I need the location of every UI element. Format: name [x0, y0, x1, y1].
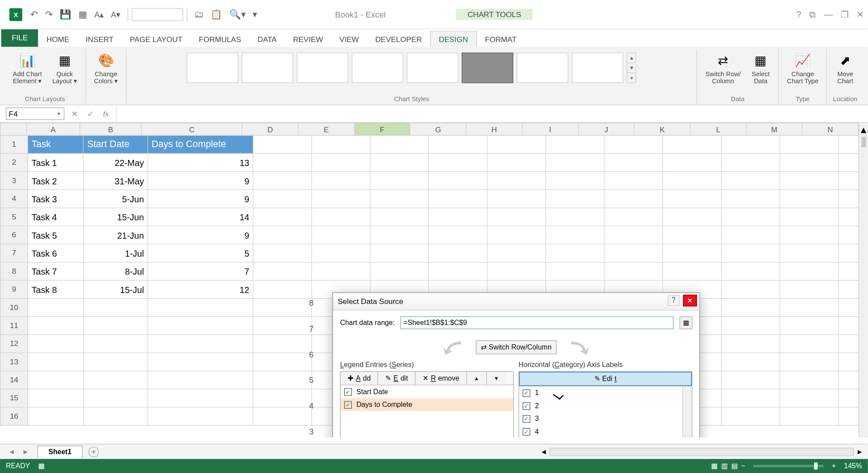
cell[interactable] — [148, 353, 253, 371]
cell[interactable] — [429, 172, 488, 190]
cell[interactable] — [605, 154, 663, 172]
cell[interactable] — [148, 371, 253, 389]
cell[interactable] — [84, 299, 148, 317]
cell[interactable] — [312, 208, 371, 226]
cell[interactable] — [722, 208, 780, 226]
move-down-button[interactable]: ▼ — [487, 372, 506, 385]
checkbox-icon[interactable]: ✓ — [523, 389, 530, 396]
qat-item[interactable]: A▾ — [107, 7, 124, 21]
minimize-button[interactable]: — — [824, 9, 833, 20]
row-header[interactable]: 2 — [0, 154, 28, 172]
cell[interactable]: Task 2 — [28, 172, 84, 190]
cell[interactable] — [780, 281, 839, 299]
name-box[interactable]: F4▼ — [6, 108, 64, 120]
cell[interactable] — [253, 407, 312, 425]
cell[interactable] — [312, 154, 371, 172]
cell[interactable] — [84, 371, 148, 389]
sheet-nav-prev[interactable]: ◄ — [5, 448, 19, 456]
style-thumb[interactable] — [187, 53, 238, 83]
cell[interactable] — [28, 407, 84, 425]
style-thumb[interactable] — [572, 53, 623, 83]
series-listbox[interactable]: ✓Start Date✓Days to Complete — [340, 385, 514, 438]
row-header[interactable]: 11 — [0, 317, 28, 335]
cell[interactable] — [722, 226, 780, 244]
cell[interactable]: 9 — [148, 172, 253, 190]
cell[interactable] — [370, 226, 429, 244]
cell[interactable] — [148, 335, 253, 353]
cell[interactable] — [722, 371, 780, 389]
cell[interactable] — [487, 154, 546, 172]
qat-item[interactable]: ▦ — [75, 7, 91, 22]
column-header[interactable]: E — [299, 123, 355, 135]
ribbon-tab-developer[interactable]: DEVELOPER — [367, 32, 430, 47]
file-tab[interactable]: FILE — [1, 28, 39, 46]
cell[interactable] — [780, 190, 839, 208]
cell[interactable] — [722, 317, 780, 335]
cell[interactable] — [780, 172, 839, 190]
column-header[interactable]: D — [242, 123, 299, 135]
select-data-button[interactable]: ▦Select Data — [749, 51, 772, 85]
cell[interactable] — [312, 136, 371, 154]
redo-button[interactable]: ↷ — [42, 7, 56, 22]
cell[interactable] — [253, 244, 312, 262]
cell[interactable] — [253, 371, 312, 389]
axis-label-item[interactable]: ✓2 — [519, 399, 692, 412]
cell[interactable] — [722, 262, 780, 280]
cell[interactable]: 14 — [148, 208, 253, 226]
ribbon-tab-review[interactable]: REVIEW — [285, 32, 331, 47]
cell[interactable]: Task — [28, 136, 84, 154]
cell[interactable] — [370, 136, 429, 154]
column-header[interactable]: K — [634, 123, 690, 135]
cell[interactable] — [370, 154, 429, 172]
zoom-out-button[interactable]: − — [741, 462, 745, 470]
cell[interactable] — [780, 353, 839, 371]
cell[interactable] — [663, 208, 722, 226]
cell[interactable]: 15-Jul — [84, 281, 148, 299]
row-header[interactable]: 1 — [0, 136, 28, 154]
add-sheet-button[interactable]: + — [89, 446, 99, 457]
cell[interactable] — [722, 353, 780, 371]
checkbox-icon[interactable]: ✓ — [523, 428, 530, 435]
sheet-tab[interactable]: Sheet1 — [37, 445, 82, 458]
row-header[interactable]: 15 — [0, 389, 28, 407]
cell[interactable] — [780, 154, 839, 172]
cell[interactable] — [546, 262, 605, 280]
cell[interactable] — [722, 281, 780, 299]
cell[interactable] — [546, 208, 605, 226]
zoom-in-button[interactable]: + — [832, 462, 836, 470]
cell[interactable] — [546, 190, 605, 208]
cell[interactable]: Days to Complete — [148, 136, 253, 154]
cell[interactable] — [487, 262, 546, 280]
cell[interactable]: Start Date — [84, 136, 148, 154]
cell[interactable] — [429, 244, 488, 262]
cell[interactable] — [84, 317, 148, 335]
scrollbar[interactable] — [683, 386, 692, 437]
qat-item[interactable]: A▴ — [91, 7, 107, 21]
cell[interactable]: 1-Jul — [84, 244, 148, 262]
column-header[interactable]: N — [803, 123, 859, 135]
cell[interactable] — [722, 335, 780, 353]
cell[interactable] — [312, 190, 371, 208]
ribbon-tab-format[interactable]: FORMAT — [477, 32, 524, 47]
cell[interactable] — [487, 226, 546, 244]
style-thumb-selected[interactable] — [462, 53, 513, 83]
cell[interactable]: 12 — [148, 281, 253, 299]
cell[interactable]: Task 3 — [28, 190, 84, 208]
switch-row-column-button[interactable]: ⇄ Switch Row/Column — [476, 340, 557, 354]
worksheet-grid[interactable]: ABCDEFGHIJKLMN 12345678910111213141516 T… — [0, 123, 868, 437]
cell[interactable]: Task 1 — [28, 154, 84, 172]
row-header[interactable]: 5 — [0, 208, 28, 226]
cell[interactable] — [780, 262, 839, 280]
cell[interactable] — [780, 208, 839, 226]
cell[interactable]: 31-May — [84, 172, 148, 190]
checkbox-icon[interactable]: ✓ — [523, 415, 530, 422]
range-picker-icon[interactable]: ▦ — [679, 316, 692, 329]
cell[interactable] — [253, 389, 312, 407]
edit-series-button[interactable]: ✎ Edit — [378, 372, 416, 385]
cancel-icon[interactable]: ✕ — [67, 109, 82, 118]
cell[interactable] — [253, 154, 312, 172]
cell[interactable] — [780, 244, 839, 262]
cell[interactable] — [148, 389, 253, 407]
row-header[interactable]: 12 — [0, 335, 28, 353]
cell[interactable] — [253, 190, 312, 208]
